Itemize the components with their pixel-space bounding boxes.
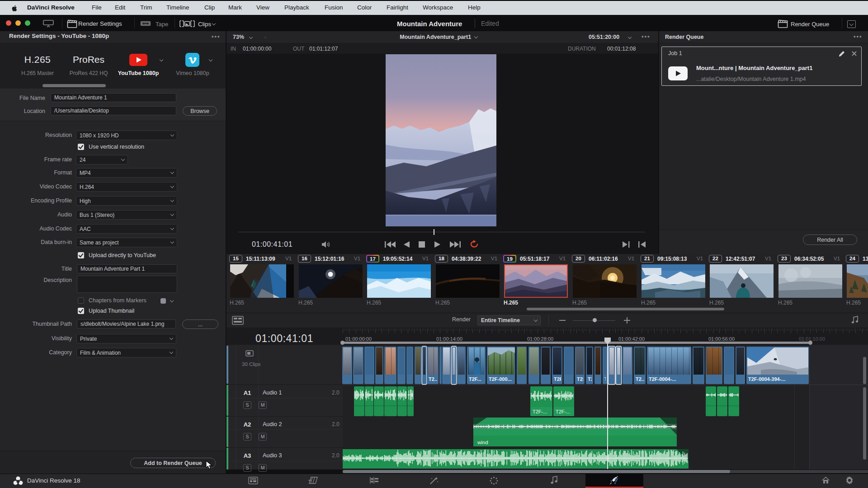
svg-text:wind: wind — [477, 440, 488, 445]
svg-text:T2F-...: T2F-... — [556, 409, 570, 414]
svg-text:T2F-...: T2F-... — [533, 409, 547, 414]
